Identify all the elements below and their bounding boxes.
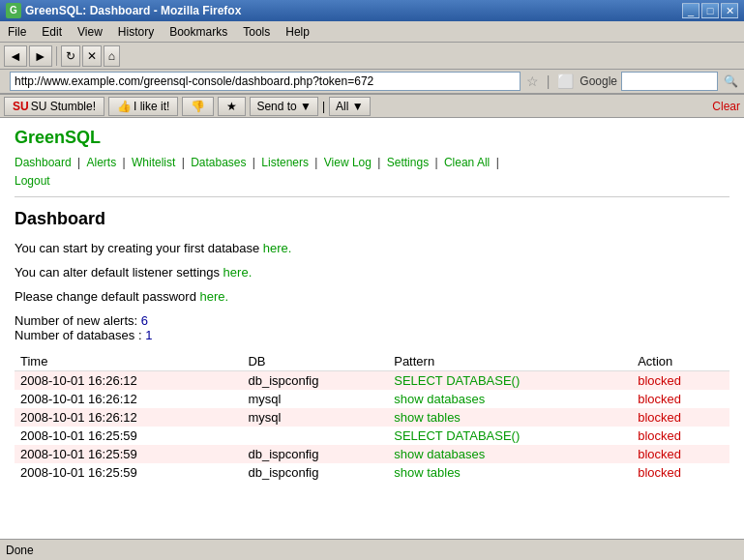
col-time: Time xyxy=(15,352,242,371)
toolbar-sep-1 xyxy=(56,46,57,66)
send-to-label: Send to xyxy=(256,100,296,113)
send-to-button[interactable]: Send to ▼ xyxy=(250,97,318,116)
cell-db: db_ispconfig xyxy=(242,371,388,391)
cell-time: 2008-10-01 16:25:59 xyxy=(15,445,242,463)
cell-db xyxy=(242,427,388,445)
status-bar: Done xyxy=(0,539,744,560)
clear-button[interactable]: Clear xyxy=(712,100,740,113)
cell-db: db_ispconfig xyxy=(242,463,388,482)
table-row: 2008-10-01 16:25:59db_ispconfigshow data… xyxy=(15,445,729,463)
cell-action: blocked xyxy=(632,390,729,408)
info-text-1-label: You can start by creating your first dat… xyxy=(15,241,263,255)
address-bar: ☆ | ⬜ Google 🔍 xyxy=(0,70,744,95)
info-text-1: You can start by creating your first dat… xyxy=(15,241,729,255)
cell-time: 2008-10-01 16:25:59 xyxy=(15,427,242,445)
forward-button[interactable]: ► xyxy=(29,45,52,67)
window-controls[interactable]: _ □ ✕ xyxy=(682,3,738,18)
menu-edit[interactable]: Edit xyxy=(34,21,70,42)
info-text-3-label: Please change default password xyxy=(15,289,200,304)
col-db: DB xyxy=(242,352,388,371)
nav-cleanall[interactable]: Clean All xyxy=(444,156,490,169)
forward-icon: ► xyxy=(34,48,47,64)
stumble-pipe: | xyxy=(322,100,325,113)
like-button[interactable]: 👍 I like it! xyxy=(108,97,178,116)
nav-sep-7: | xyxy=(434,156,440,169)
nav-logout[interactable]: Logout xyxy=(15,174,50,188)
reload-button[interactable]: ↻ xyxy=(61,45,80,67)
bookmark-star-icon[interactable]: ☆ xyxy=(524,74,541,89)
back-button[interactable]: ◄ xyxy=(4,45,27,67)
cell-db: db_ispconfig xyxy=(242,445,388,463)
reload-icon: ↻ xyxy=(66,49,75,63)
cell-pattern: SELECT DATABASE() xyxy=(388,371,632,391)
nav-sep-6: | xyxy=(377,156,383,169)
nav-sep-5: | xyxy=(314,156,320,169)
cell-time: 2008-10-01 16:26:12 xyxy=(15,371,242,391)
info-link-1[interactable]: here. xyxy=(263,241,292,255)
minimize-button[interactable]: _ xyxy=(682,3,699,18)
nav-sep-4: | xyxy=(253,156,258,169)
nav-settings[interactable]: Settings xyxy=(387,156,429,169)
home-icon: ⌂ xyxy=(108,49,115,63)
search-icon[interactable]: 🔍 xyxy=(722,74,740,88)
cell-action: blocked xyxy=(632,445,729,463)
thumbs-down-button[interactable]: 👎 xyxy=(182,97,214,116)
google-search-input[interactable] xyxy=(621,72,718,91)
thumbs-down-icon: 👎 xyxy=(191,100,205,113)
greensql-title: GreenSQL xyxy=(15,128,729,148)
stop-button[interactable]: ✕ xyxy=(82,45,102,67)
alerts-label: Number of new alerts: xyxy=(15,313,141,328)
cell-db: mysql xyxy=(242,390,388,408)
page-title: Dashboard xyxy=(15,209,729,229)
nav-links: Dashboard | Alerts | Whitelist | Databas… xyxy=(15,154,729,191)
databases-label: Number of databases : xyxy=(15,328,145,342)
star-button[interactable]: ★ xyxy=(218,97,246,116)
all-chevron-icon: ▼ xyxy=(352,100,364,113)
nav-sep-3: | xyxy=(182,156,188,169)
info-text-2-label: You can alter default listener settings xyxy=(15,265,223,280)
all-button[interactable]: All ▼ xyxy=(329,97,371,116)
menu-bookmarks[interactable]: Bookmarks xyxy=(162,21,235,42)
like-label: I like it! xyxy=(134,100,169,113)
star-icon: ★ xyxy=(226,100,237,113)
cell-pattern: show databases xyxy=(388,445,632,463)
nav-listeners[interactable]: Listeners xyxy=(261,156,309,169)
table-row: 2008-10-01 16:26:12mysqlshow tablesblock… xyxy=(15,408,729,427)
databases-value: 1 xyxy=(145,328,152,342)
nav-dashboard[interactable]: Dashboard xyxy=(15,156,72,169)
nav-viewlog[interactable]: View Log xyxy=(324,156,372,169)
info-text-2: You can alter default listener settings … xyxy=(15,265,729,280)
back-icon: ◄ xyxy=(9,48,22,64)
info-link-3[interactable]: here. xyxy=(200,289,229,304)
cell-pattern: show tables xyxy=(388,408,632,427)
menu-help[interactable]: Help xyxy=(278,21,317,42)
cell-action: blocked xyxy=(632,408,729,427)
window-title-bar: G GreenSQL: Dashboard - Mozilla Firefox … xyxy=(0,0,744,21)
stumble-button[interactable]: SU SU Stumble! xyxy=(4,97,104,116)
stumble-toolbar: SU SU Stumble! 👍 I like it! 👎 ★ Send to … xyxy=(0,95,744,118)
alerts-value: 6 xyxy=(141,313,148,328)
close-button[interactable]: ✕ xyxy=(721,3,738,18)
cell-action: blocked xyxy=(632,371,729,391)
address-input[interactable] xyxy=(10,72,521,91)
menu-history[interactable]: History xyxy=(110,21,162,42)
cell-time: 2008-10-01 16:26:12 xyxy=(15,390,242,408)
nav-databases[interactable]: Databases xyxy=(191,156,246,169)
table-row: 2008-10-01 16:26:12db_ispconfigSELECT DA… xyxy=(15,371,729,391)
info-link-2[interactable]: here. xyxy=(223,265,253,280)
menu-view[interactable]: View xyxy=(70,21,110,42)
stumble-label: SU Stumble! xyxy=(31,100,96,113)
maximize-button[interactable]: □ xyxy=(701,3,719,18)
nav-whitelist[interactable]: Whitelist xyxy=(132,156,175,169)
nav-sep-2: | xyxy=(123,156,129,169)
nav-sep-1: | xyxy=(77,156,83,169)
activity-table: Time DB Pattern Action 2008-10-01 16:26:… xyxy=(15,352,729,482)
menu-tools[interactable]: Tools xyxy=(235,21,278,42)
cell-pattern: show databases xyxy=(388,390,632,408)
google-label: Google xyxy=(580,74,617,88)
home-button[interactable]: ⌂ xyxy=(104,45,120,67)
nav-icon: | xyxy=(545,74,552,89)
menu-file[interactable]: File xyxy=(0,21,34,42)
all-label: All xyxy=(336,100,348,113)
nav-alerts[interactable]: Alerts xyxy=(87,156,117,169)
